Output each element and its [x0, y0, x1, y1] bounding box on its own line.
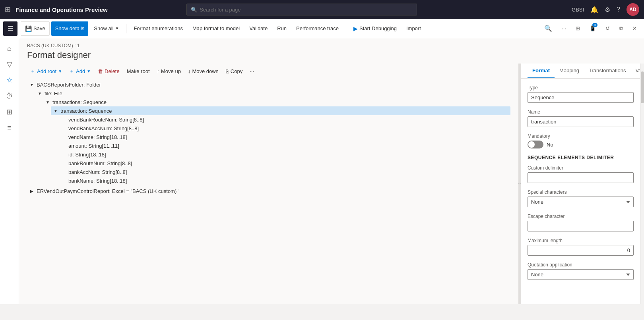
quotation-application-group: Quotation application None All Strings o…: [528, 262, 634, 280]
import-button[interactable]: Import: [402, 21, 425, 36]
search-bar[interactable]: 🔍: [186, 4, 417, 15]
tree-item[interactable]: ▼ BACSReportsFolder: Folder: [27, 80, 510, 89]
hamburger-menu-icon[interactable]: ☰: [3, 21, 17, 36]
tree-item-label: amount: String[11..11]: [68, 143, 509, 149]
tree-item[interactable]: bankAccNum: String[8..8]: [59, 168, 510, 176]
more-button[interactable]: ···: [246, 67, 257, 76]
tree-toolbar: ＋ Add root ▼ ＋ Add ▼ 🗑 Delete Make ro: [22, 64, 515, 79]
tree-item-label: bankName: String[18..18]: [68, 178, 509, 184]
top-nav-right: GBSI 🔔 ⚙ ? AD: [572, 3, 639, 16]
format-enumerations-button[interactable]: Format enumerations: [130, 21, 187, 36]
layout-icon-button[interactable]: ⊞: [572, 21, 584, 36]
mandatory-group: Mandatory No: [528, 133, 634, 148]
add-root-button[interactable]: ＋ Add root ▼: [27, 66, 65, 76]
escape-character-group: Escape character: [528, 214, 634, 231]
right-scrollbar[interactable]: [640, 64, 644, 304]
tree-item[interactable]: ▼ transactions: Sequence: [43, 98, 510, 106]
move-up-button[interactable]: ↑ Move up: [154, 67, 184, 76]
filter-icon[interactable]: ▽: [2, 57, 17, 71]
map-format-to-model-button[interactable]: Map format to model: [188, 21, 244, 36]
tree-item[interactable]: ▼ file: File: [35, 89, 510, 98]
tab-transformations[interactable]: Transformations: [584, 64, 630, 78]
tree-spacer: [60, 134, 67, 140]
refresh-button[interactable]: ↺: [601, 21, 614, 36]
add-root-dropdown-icon: ▼: [58, 69, 62, 73]
grid-icon[interactable]: ⊞: [5, 5, 11, 14]
tree-item-selected[interactable]: ▼ transaction: Sequence: [51, 106, 510, 115]
debug-icon: ▶: [353, 25, 358, 32]
delete-button[interactable]: 🗑 Delete: [95, 67, 123, 76]
ribbon-separator-1: [126, 24, 126, 33]
search-icon: 🔍: [191, 7, 197, 13]
mandatory-toggle[interactable]: [528, 141, 543, 148]
run-button[interactable]: Run: [273, 21, 291, 36]
tree-item[interactable]: bankRouteNum: String[8..8]: [59, 159, 510, 168]
tab-validations[interactable]: Validations: [630, 64, 640, 78]
performance-trace-button[interactable]: Performance trace: [292, 21, 343, 36]
show-all-button[interactable]: Show all ▼: [90, 21, 123, 36]
tree-item-label: id: String[18..18]: [68, 152, 509, 158]
tree-item[interactable]: id: String[18..18]: [59, 150, 510, 159]
home-icon[interactable]: ⌂: [2, 41, 17, 56]
tree-toggle-icon[interactable]: ▼: [29, 81, 35, 88]
tab-mapping[interactable]: Mapping: [555, 64, 584, 78]
left-sidebar: ⌂ ▽ ☆ ⏱ ⊞ ≡: [0, 38, 19, 304]
save-button[interactable]: 💾 Save: [21, 21, 50, 36]
search-ribbon-button[interactable]: 🔍: [540, 21, 556, 36]
detail-panel: Format Mapping Transformations Validatio…: [521, 64, 640, 304]
special-characters-group: Special characters None CR LF CR+LF: [528, 189, 634, 207]
apps-button[interactable]: 📱 0: [586, 21, 600, 36]
tree-item[interactable]: ▶ ERVendOutPaymControlReport: Excel = "B…: [27, 187, 510, 195]
copy-button[interactable]: ⎘ Copy: [223, 67, 246, 76]
scrollbar-thumb[interactable]: [641, 71, 644, 103]
mandatory-toggle-row: No: [528, 141, 634, 148]
tree-item-label: vendBankRouteNum: String[8..8]: [68, 117, 509, 123]
move-down-icon: ↓: [188, 68, 191, 74]
tree-toggle-icon[interactable]: ▶: [29, 188, 35, 194]
name-input[interactable]: [528, 116, 634, 127]
show-details-button[interactable]: Show details: [51, 21, 89, 36]
escape-character-input[interactable]: [528, 221, 634, 231]
tree-item[interactable]: vendBankRouteNum: String[8..8]: [59, 115, 510, 124]
tab-format[interactable]: Format: [528, 64, 555, 78]
favorites-icon[interactable]: ☆: [2, 73, 17, 87]
quotation-application-select[interactable]: None All Strings only: [528, 269, 634, 280]
tree-spacer: [60, 151, 67, 158]
tree-spacer: [60, 169, 67, 175]
start-debugging-button[interactable]: ▶ Start Debugging: [349, 21, 401, 36]
help-icon[interactable]: ?: [617, 6, 620, 13]
name-label: Name: [528, 109, 634, 115]
close-button[interactable]: ✕: [628, 21, 641, 36]
tree-item-label: file: File: [45, 91, 509, 96]
type-input[interactable]: [528, 92, 634, 103]
tree-toggle-icon[interactable]: ▼: [37, 90, 43, 96]
name-group: Name: [528, 109, 634, 127]
settings-icon[interactable]: ⚙: [605, 6, 610, 13]
tree-item[interactable]: vendBankAccNum: String[8..8]: [59, 124, 510, 133]
move-down-button[interactable]: ↓ Move down: [185, 67, 222, 76]
recent-icon[interactable]: ⏱: [2, 89, 17, 103]
tree-item[interactable]: vendName: String[18..18]: [59, 133, 510, 141]
make-root-button[interactable]: Make root: [124, 67, 153, 76]
open-new-window-button[interactable]: ⧉: [615, 21, 627, 36]
page-header: BACS (UK CUSTOM) : 1 Format designer: [19, 38, 644, 64]
tree-toggle-icon[interactable]: ▼: [52, 108, 59, 114]
ellipsis-button[interactable]: ···: [558, 21, 570, 36]
tree-item-label: bankAccNum: String[8..8]: [68, 169, 509, 175]
custom-delimiter-group: Custom delimiter: [528, 165, 634, 183]
notification-icon[interactable]: 🔔: [590, 6, 598, 13]
avatar[interactable]: AD: [627, 3, 639, 16]
tree-item[interactable]: bankName: String[18..18]: [59, 176, 510, 185]
tree-toggle-icon[interactable]: ▼: [45, 99, 51, 105]
special-characters-select[interactable]: None CR LF CR+LF: [528, 197, 634, 207]
top-nav: ⊞ Finance and Operations Preview 🔍 GBSI …: [0, 0, 644, 19]
workspaces-icon[interactable]: ⊞: [2, 105, 17, 119]
add-button[interactable]: ＋ Add ▼: [66, 66, 94, 76]
search-input[interactable]: [200, 7, 413, 13]
validate-button[interactable]: Validate: [245, 21, 272, 36]
tree-item[interactable]: amount: String[11..11]: [59, 141, 510, 150]
custom-delimiter-input[interactable]: [528, 172, 634, 183]
modules-icon[interactable]: ≡: [2, 121, 17, 135]
detail-tabs: Format Mapping Transformations Validatio…: [521, 64, 640, 79]
maximum-length-input[interactable]: [528, 245, 634, 256]
